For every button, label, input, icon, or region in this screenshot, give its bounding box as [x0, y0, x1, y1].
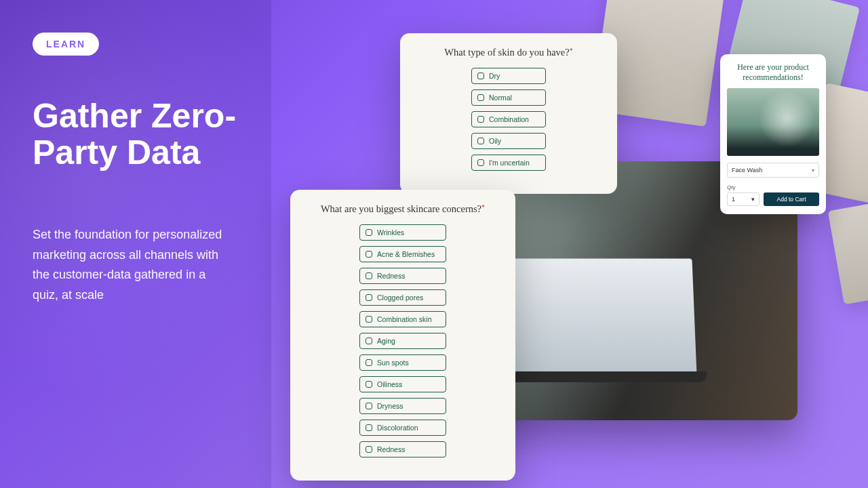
checkbox-icon [477, 94, 484, 101]
quiz-option[interactable]: I'm uncertain [471, 155, 546, 171]
product-select[interactable]: Face Wash ▾ [727, 163, 819, 178]
quiz-option[interactable]: Dry [471, 68, 546, 84]
quiz-question: What type of skin do you have?* [415, 47, 602, 58]
quiz-option[interactable]: Aging [359, 333, 446, 349]
recommendation-card: Here are your product recommendations! F… [720, 54, 826, 214]
required-asterisk: * [570, 47, 573, 54]
learn-badge: LEARN [33, 33, 99, 56]
quiz-option-label: Redness [377, 445, 405, 453]
checkbox-icon [366, 316, 372, 323]
chevron-down-icon: ▾ [812, 167, 814, 174]
quiz-option[interactable]: Clogged pores [359, 289, 446, 306]
subheadline: Set the foundation for personalized mark… [33, 225, 222, 306]
quiz-option[interactable]: Acne & Blemishes [359, 246, 446, 262]
quiz-option[interactable]: Dryness [359, 398, 446, 414]
checkbox-icon [366, 229, 372, 236]
checkbox-icon [366, 381, 372, 388]
quiz-option-label: Redness [377, 272, 405, 280]
checkbox-icon [366, 424, 372, 431]
checkbox-icon [477, 73, 484, 79]
quiz-option[interactable]: Wrinkles [359, 224, 446, 241]
checkbox-icon [366, 294, 372, 301]
checkbox-icon [477, 138, 484, 144]
qty-value: 1 [732, 196, 735, 203]
quiz-option[interactable]: Oily [471, 133, 546, 149]
checkbox-icon [366, 403, 372, 409]
quiz-option-label: Oiliness [377, 380, 402, 388]
quiz-option-label: Normal [489, 94, 512, 102]
quiz-option-label: Dry [489, 72, 500, 80]
quiz-option[interactable]: Discoloration [359, 420, 446, 436]
quiz-option-label: Oily [489, 137, 501, 145]
quiz-option[interactable]: Sun spots [359, 354, 446, 371]
quiz-option[interactable]: Redness [359, 268, 446, 284]
quiz-option-label: Dryness [377, 402, 403, 410]
quiz-option-label: Combination skin [377, 315, 432, 323]
quiz-option[interactable]: Oiliness [359, 376, 446, 392]
quiz-card-concerns: What are you biggest skincare concerns?*… [290, 190, 515, 481]
qty-label: Qty [727, 184, 819, 190]
qty-select[interactable]: 1 ▾ [727, 192, 760, 206]
quiz-option[interactable]: Combination skin [359, 311, 446, 327]
recommendation-title: Here are your product recommendations! [727, 62, 819, 83]
headline: Gather Zero-Party Data [33, 98, 250, 171]
quiz-option[interactable]: Normal [471, 89, 546, 106]
quiz-option-label: Combination [489, 115, 529, 123]
chevron-down-icon: ▾ [751, 196, 755, 203]
decorative-card [828, 197, 868, 305]
checkbox-icon [366, 359, 372, 366]
quiz-option-label: Clogged pores [377, 293, 423, 302]
add-to-cart-button[interactable]: Add to Cart [764, 192, 819, 206]
product-select-value: Face Wash [732, 167, 762, 174]
quiz-option[interactable]: Combination [471, 111, 546, 127]
quiz-option-label: Discoloration [377, 424, 418, 432]
quiz-option-label: Acne & Blemishes [377, 250, 435, 258]
required-asterisk: * [481, 203, 485, 211]
checkbox-icon [477, 116, 484, 123]
quiz-option-label: Wrinkles [377, 228, 404, 237]
checkbox-icon [366, 446, 372, 453]
quiz-option-label: I'm uncertain [489, 159, 530, 167]
quiz-question: What are you biggest skincare concerns?* [305, 203, 500, 215]
checkbox-icon [366, 338, 372, 344]
quiz-option-label: Aging [377, 337, 395, 345]
quiz-card-skin-type: What type of skin do you have?* DryNorma… [400, 33, 617, 194]
checkbox-icon [366, 251, 372, 258]
checkbox-icon [477, 159, 484, 166]
quiz-option-label: Sun spots [377, 359, 409, 367]
quiz-option[interactable]: Redness [359, 441, 446, 458]
product-image [727, 88, 819, 156]
checkbox-icon [366, 272, 372, 279]
